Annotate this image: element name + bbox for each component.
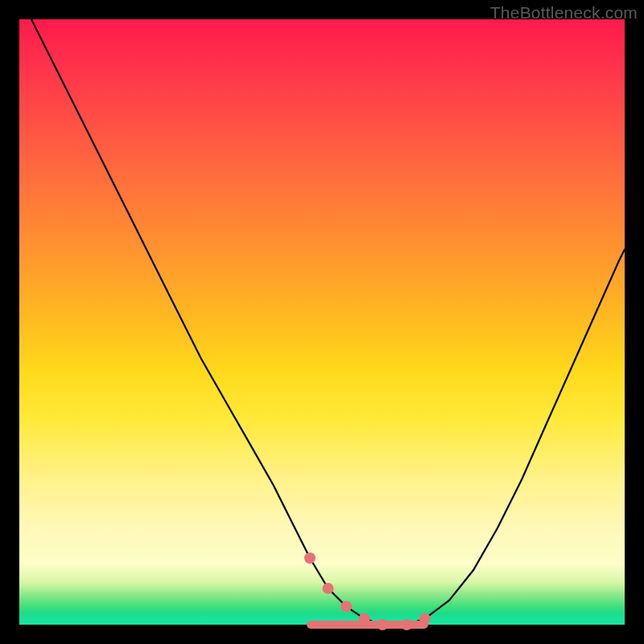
flat-marker [323,583,334,594]
flat-marker [304,552,316,564]
bottleneck-curve [31,19,625,625]
chart-frame: TheBottleneck.com [0,0,644,644]
flat-bar [307,621,428,629]
curve-svg [19,19,625,625]
flat-markers-group [304,552,431,630]
flat-marker [341,601,352,612]
plot-area [19,19,625,625]
